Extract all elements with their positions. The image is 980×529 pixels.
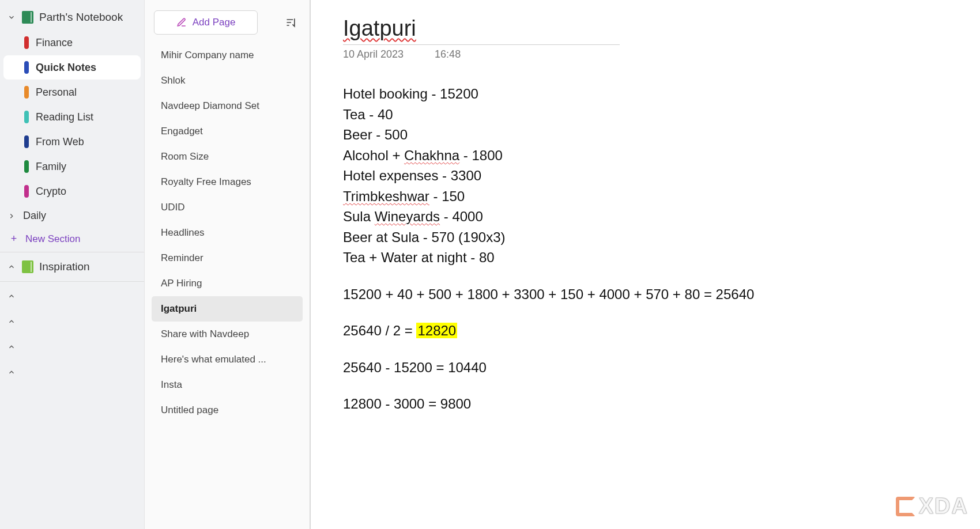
section-color-tag (24, 160, 29, 173)
page-item[interactable]: Navdeep Diamond Set (152, 93, 303, 119)
note-line[interactable]: 25640 - 15200 = 10440 (343, 357, 948, 378)
page-item[interactable]: AP Hiring (152, 271, 303, 296)
section-daily[interactable]: Daily (3, 204, 141, 228)
highlighted-text[interactable]: 12820 (416, 323, 457, 338)
watermark: XDA (896, 494, 968, 519)
chevron-right-icon (7, 263, 16, 271)
page-item[interactable]: Headlines (152, 220, 303, 245)
page-item[interactable]: Royalty Free Images (152, 169, 303, 195)
section-label: Quick Notes (36, 62, 96, 74)
note-line[interactable]: Hotel booking - 15200 (343, 84, 948, 104)
new-section-label: New Section (25, 233, 80, 245)
chevron-down-icon (7, 13, 16, 21)
note-line[interactable]: Hotel expenses - 3300 (343, 165, 948, 186)
spellcheck-word[interactable]: Wineyards (375, 209, 440, 224)
notebook-title: Parth's Notebook (39, 11, 123, 24)
note-line[interactable]: Alcohol + Chakhna - 1800 (343, 145, 948, 166)
note-title[interactable]: Igatpuri (343, 16, 416, 40)
section-row[interactable]: Quick Notes (3, 55, 141, 80)
add-page-label: Add Page (193, 17, 236, 28)
notebook-collapsed[interactable] (3, 284, 141, 308)
note-line[interactable]: 25640 / 2 = 12820 (343, 320, 948, 341)
section-color-tag (24, 111, 29, 123)
page-item[interactable]: Room Size (152, 144, 303, 169)
sort-button[interactable] (282, 13, 300, 32)
page-item[interactable]: Engadget (152, 119, 303, 144)
notebook-icon (22, 11, 33, 24)
section-label: From Web (36, 136, 84, 148)
note-line[interactable]: Sula Wineyards - 4000 (343, 206, 948, 227)
spellcheck-word[interactable]: Chakhna (404, 148, 459, 163)
page-item[interactable]: Here's what emulated ... (152, 347, 303, 372)
page-item[interactable]: Shlok (152, 68, 303, 93)
note-body[interactable]: Hotel booking - 15200Tea - 40Beer - 500A… (343, 84, 948, 414)
notebook-label: Inspiration (39, 260, 90, 273)
section-row[interactable]: Reading List (3, 105, 141, 129)
section-label: Reading List (36, 111, 93, 123)
note-line[interactable]: Beer at Sula - 570 (190x3) (343, 227, 948, 248)
section-color-tag (24, 61, 29, 74)
notebook-row[interactable]: Parth's Notebook (3, 5, 141, 29)
page-item[interactable]: Share with Navdeep (152, 322, 303, 347)
section-label: Finance (36, 37, 73, 49)
divider (0, 281, 144, 282)
note-date: 10 April 2023 (343, 48, 404, 61)
page-item[interactable]: Reminder (152, 245, 303, 271)
note-line[interactable]: 15200 + 40 + 500 + 1800 + 3300 + 150 + 4… (343, 284, 948, 305)
divider (0, 252, 144, 252)
note-line[interactable]: Tea - 40 (343, 104, 948, 125)
section-color-tag (24, 185, 29, 198)
note-line[interactable]: Tea + Water at night - 80 (343, 247, 948, 268)
note-meta: 10 April 2023 16:48 (343, 48, 948, 61)
note-line[interactable]: Beer - 500 (343, 124, 948, 145)
section-row[interactable]: Personal (3, 80, 141, 104)
add-page-button[interactable]: Add Page (154, 10, 258, 35)
page-item[interactable]: UDID (152, 195, 303, 220)
notebook-collapsed[interactable] (3, 360, 141, 384)
section-row[interactable]: Finance (3, 31, 141, 55)
chevron-right-icon (7, 318, 16, 326)
note-canvas[interactable]: Igatpuri 10 April 2023 16:48 Hotel booki… (310, 0, 980, 529)
xda-logo-icon (896, 497, 915, 516)
section-row[interactable]: Family (3, 154, 141, 179)
section-label: Family (36, 161, 66, 173)
page-item[interactable]: Insta (152, 372, 303, 398)
new-page-icon (176, 17, 187, 28)
notebook-collapsed[interactable] (3, 309, 141, 334)
page-list-pane: Add Page Mihir Company nameShlokNavdeep … (144, 0, 310, 529)
page-item[interactable]: Igatpuri (152, 296, 303, 322)
section-color-tag (24, 86, 29, 99)
section-row[interactable]: From Web (3, 130, 141, 154)
sort-icon (285, 17, 297, 28)
note-line[interactable]: 12800 - 3000 = 9800 (343, 394, 948, 414)
section-row[interactable]: Crypto (3, 179, 141, 203)
page-item[interactable]: Mihir Company name (152, 43, 303, 68)
chevron-right-icon (7, 212, 16, 220)
notebook-inspiration[interactable]: Inspiration (3, 255, 141, 279)
section-label: Daily (23, 210, 46, 222)
note-time: 16:48 (435, 48, 461, 61)
note-line[interactable]: Trimbkeshwar - 150 (343, 186, 948, 207)
page-item[interactable]: Untitled page (152, 398, 303, 423)
spellcheck-word[interactable]: Trimbkeshwar (343, 188, 429, 204)
watermark-text: XDA (919, 494, 968, 519)
chevron-right-icon (7, 343, 16, 351)
section-label: Crypto (36, 186, 66, 198)
section-label: Personal (36, 86, 77, 99)
notebook-icon (22, 260, 33, 273)
section-color-tag (24, 135, 29, 148)
chevron-right-icon (7, 368, 16, 376)
chevron-right-icon (7, 292, 16, 300)
section-sidebar: Parth's Notebook FinanceQuick NotesPerso… (0, 0, 144, 529)
plus-icon: + (9, 233, 18, 245)
new-section-button[interactable]: + New Section (0, 228, 144, 250)
section-color-tag (24, 36, 29, 49)
notebook-collapsed[interactable] (3, 335, 141, 359)
